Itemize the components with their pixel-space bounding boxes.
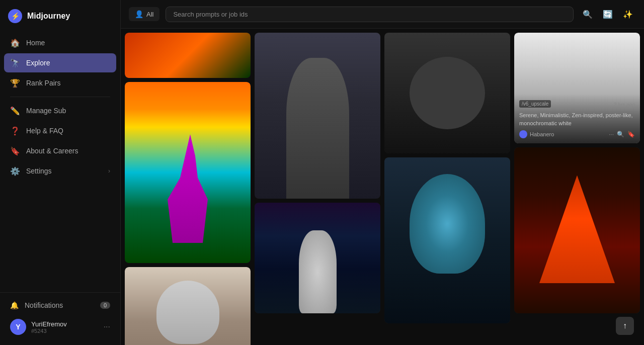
all-tab-label: All	[146, 11, 153, 18]
sidebar-item-manage-sub-label: Manage Sub	[26, 107, 66, 115]
scroll-top-button[interactable]: ↑	[616, 317, 634, 335]
user-row[interactable]: Y YuriEfremov #5243 ···	[4, 315, 116, 339]
about-careers-icon: 🔖	[10, 146, 20, 156]
list-item[interactable]: /v6_upscale 3 hrs ago Serene, Minimalist…	[514, 33, 640, 143]
sidebar-item-settings[interactable]: ⚙️ Settings ›	[4, 161, 116, 181]
app-logo: ⚡ Midjourney	[0, 0, 120, 31]
image-face	[384, 33, 510, 153]
image-robed	[255, 33, 380, 199]
rank-pairs-icon: 🏆	[10, 78, 20, 88]
image-astronaut	[255, 203, 380, 313]
list-item[interactable]	[255, 33, 380, 199]
sidebar: ⚡ Midjourney 🏠 Home 🔭 Explore 🏆 Rank Pai…	[0, 0, 121, 345]
manage-sub-icon: ✏️	[10, 106, 20, 116]
sidebar-item-help-faq[interactable]: ❓ Help & FAQ	[4, 121, 116, 140]
sidebar-item-manage-sub[interactable]: ✏️ Manage Sub	[4, 101, 116, 120]
sparkle-button[interactable]: ✨	[620, 6, 636, 22]
image-pyramid	[514, 147, 640, 313]
explore-icon: 🔭	[10, 58, 20, 68]
image-user-left: Habanero	[519, 130, 554, 138]
gallery-col-2	[255, 33, 380, 345]
home-icon: 🏠	[10, 38, 20, 48]
sidebar-item-rank-pairs[interactable]: 🏆 Rank Pairs	[4, 73, 116, 93]
notifications-badge: 0	[100, 302, 110, 309]
sidebar-divider-1	[10, 97, 110, 97]
user-name: YuriEfremov	[31, 320, 99, 328]
image-user-row: Habanero ··· 🔍 🔖	[519, 130, 635, 138]
logo-icon: ⚡	[8, 9, 22, 23]
sidebar-item-explore[interactable]: 🔭 Explore	[4, 53, 116, 72]
image-overlay: /v6_upscale 3 hrs ago Serene, Minimalist…	[514, 94, 640, 143]
topbar-icons: 🔍 🔄 ✨	[580, 6, 636, 22]
list-item[interactable]	[514, 147, 640, 313]
sidebar-item-about-careers-label: About & Careers	[26, 147, 78, 155]
gallery-col-1	[125, 33, 251, 345]
image-scroll-top	[125, 33, 251, 78]
sidebar-item-rank-pairs-label: Rank Pairs	[26, 79, 60, 87]
settings-icon: ⚙️	[10, 166, 20, 176]
gallery-col-4: /v6_upscale 3 hrs ago Serene, Minimalist…	[514, 33, 640, 345]
notifications-item[interactable]: 🔔 Notifications 0	[4, 297, 116, 314]
image-time: 3 hrs ago	[614, 102, 635, 108]
notifications-icon: 🔔	[10, 301, 19, 309]
notifications-label: Notifications	[25, 301, 63, 309]
topbar: 👤 All Search prompts or job ids 🔍 🔄 ✨	[121, 0, 644, 29]
sidebar-nav: 🏠 Home 🔭 Explore 🏆 Rank Pairs ✏️ Manage …	[0, 31, 120, 292]
help-faq-icon: ❓	[10, 126, 20, 136]
image-castle	[125, 82, 251, 263]
list-item[interactable]	[125, 33, 251, 78]
search-bar[interactable]: Search prompts or job ids	[166, 7, 574, 22]
image-user-avatar	[519, 130, 527, 138]
gallery-grid: /v6_upscale 3 hrs ago Serene, Minimalist…	[125, 33, 640, 345]
sidebar-item-help-faq-label: Help & FAQ	[26, 127, 63, 135]
avatar: Y	[10, 319, 26, 335]
list-item[interactable]	[384, 157, 510, 323]
list-item[interactable]	[384, 33, 510, 153]
image-action-icons: ··· 🔍 🔖	[609, 131, 635, 138]
image-user-name: Habanero	[530, 131, 554, 137]
all-tab[interactable]: 👤 All	[129, 7, 159, 21]
settings-arrow-icon: ›	[108, 167, 110, 175]
list-item[interactable]	[125, 82, 251, 263]
all-tab-icon: 👤	[135, 10, 143, 18]
search-button[interactable]: 🔍	[580, 6, 596, 22]
main-content: 👤 All Search prompts or job ids 🔍 🔄 ✨	[121, 0, 644, 345]
sidebar-item-home[interactable]: 🏠 Home	[4, 33, 116, 52]
image-tag: /v6_upscale	[519, 100, 551, 108]
search-img-icon[interactable]: 🔍	[617, 131, 624, 138]
avatar-letter: Y	[16, 323, 20, 331]
gallery[interactable]: /v6_upscale 3 hrs ago Serene, Minimalist…	[121, 29, 644, 345]
list-item[interactable]	[125, 267, 251, 345]
image-robot	[384, 157, 510, 323]
list-item[interactable]	[255, 203, 380, 313]
user-info: YuriEfremov #5243	[31, 320, 99, 334]
gallery-col-3	[384, 33, 510, 345]
sidebar-item-settings-label: Settings	[26, 167, 52, 175]
search-placeholder: Search prompts or job ids	[173, 11, 248, 18]
image-description: Serene, Minimalistic, Zen-inspired, post…	[519, 112, 635, 127]
bookmark-icon[interactable]: 🔖	[627, 131, 635, 138]
sidebar-item-home-label: Home	[26, 39, 45, 47]
sidebar-item-about-careers[interactable]: 🔖 About & Careers	[4, 141, 116, 160]
image-float-island: /v6_upscale 3 hrs ago Serene, Minimalist…	[514, 33, 640, 143]
app-name: Midjourney	[27, 12, 70, 21]
more-icon[interactable]: ···	[609, 131, 614, 138]
sidebar-bottom: 🔔 Notifications 0 Y YuriEfremov #5243 ··…	[0, 292, 120, 345]
image-stone-face	[125, 267, 251, 345]
user-more-icon[interactable]: ···	[104, 322, 110, 331]
user-tag: #5243	[31, 328, 99, 334]
sidebar-item-explore-label: Explore	[26, 59, 50, 67]
refresh-button[interactable]: 🔄	[600, 6, 616, 22]
